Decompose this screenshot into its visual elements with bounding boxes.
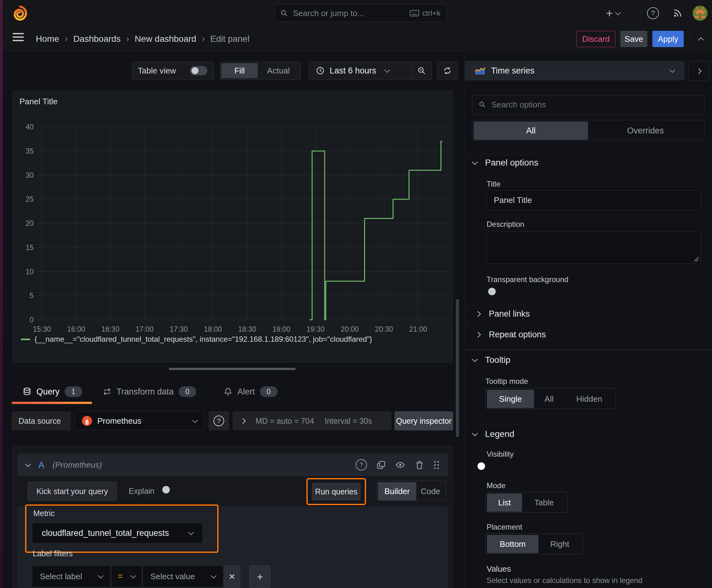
builder-code-switch: Builder Code (376, 481, 446, 501)
tab-overrides[interactable]: Overrides (588, 122, 703, 140)
repeat-options-section-header[interactable]: Repeat options (476, 330, 546, 339)
kick-start-query-button[interactable]: Kick start your query (28, 482, 117, 501)
breadcrumb-separator: › (65, 34, 68, 44)
collapse-query-icon[interactable] (25, 461, 31, 467)
query-inspector-button[interactable]: Query inspector (395, 412, 453, 430)
eye-icon[interactable] (395, 460, 405, 470)
tooltip-single-option[interactable]: Single (487, 390, 534, 408)
toggle-viz-suggestions-button[interactable] (688, 61, 709, 81)
apply-button[interactable]: Apply (652, 31, 684, 47)
select-value-dropdown[interactable]: Select value (143, 565, 223, 587)
interval: Interval = 30s (325, 417, 372, 426)
duplicate-icon[interactable] (376, 460, 386, 469)
legend-table-option[interactable]: Table (522, 493, 566, 512)
add-menu-button[interactable]: + (606, 7, 620, 19)
menu-toggle[interactable] (13, 31, 24, 43)
zoom-out-button[interactable] (412, 62, 432, 80)
x-tick-label: 17:30 (170, 325, 188, 333)
tab-all[interactable]: All (474, 122, 588, 140)
visualization-picker[interactable]: Time series (465, 61, 684, 80)
tab-alert[interactable]: Alert 0 (223, 379, 278, 404)
actual-option[interactable]: Actual (258, 66, 299, 76)
search-shortcut: ctrl+k (410, 9, 440, 18)
search-input[interactable] (292, 8, 405, 19)
datasource-help-button[interactable]: ? (209, 412, 229, 430)
tooltip-mode-label: Tooltip mode (486, 377, 528, 386)
refresh-button[interactable] (437, 62, 458, 80)
avatar[interactable] (693, 6, 708, 21)
legend-section-header[interactable]: Legend (473, 429, 514, 439)
news-button[interactable] (671, 7, 684, 19)
time-range-control: Last 6 hours (308, 62, 432, 80)
chevron-right-icon[interactable] (240, 418, 245, 424)
breadcrumb-dashboards[interactable]: Dashboards (73, 34, 121, 44)
x-tick-label: 19:00 (272, 325, 290, 333)
global-search[interactable]: ctrl+k (274, 4, 447, 22)
x-tick-label: 18:30 (238, 325, 256, 333)
transparent-bg-label: Transparent background (487, 275, 568, 284)
builder-option[interactable]: Builder (378, 482, 416, 500)
save-button[interactable]: Save (620, 31, 647, 47)
operator-value: = (118, 572, 123, 582)
main-scrollbar[interactable] (456, 299, 459, 437)
panel-links-section-header[interactable]: Panel links (476, 309, 530, 319)
transform-icon (103, 387, 111, 396)
description-field[interactable] (487, 231, 701, 264)
drag-handle-icon[interactable] (434, 460, 439, 469)
chevron-up-icon (698, 37, 704, 43)
pane-resize-handle[interactable] (169, 368, 296, 370)
breadcrumb-new-dashboard[interactable]: New dashboard (135, 34, 196, 44)
timeseries-chart[interactable]: 051015202530354015:3016:0016:3017:0017:3… (13, 91, 453, 352)
add-filter-button[interactable]: + (249, 565, 271, 588)
chevron-down-icon (192, 417, 198, 423)
section-divider (465, 424, 712, 424)
operator-dropdown[interactable]: = (111, 565, 142, 587)
legend-list-option[interactable]: List (487, 493, 522, 512)
options-search[interactable] (472, 95, 705, 114)
y-tick-label: 15 (25, 244, 34, 252)
query-row-header[interactable]: A (Prometheus) ? (17, 454, 448, 476)
trash-icon[interactable] (415, 460, 424, 469)
data-source-value: Prometheus (97, 416, 141, 426)
discard-button[interactable]: Discard (576, 31, 615, 47)
resize-handle-icon[interactable] (693, 256, 698, 261)
description-input[interactable] (493, 231, 694, 265)
fill-option[interactable]: Fill (221, 63, 258, 78)
grafana-logo-icon (12, 5, 28, 21)
x-tick-label: 19:30 (306, 325, 325, 333)
tab-transform[interactable]: Transform data 0 (103, 379, 196, 404)
legend-item[interactable]: {__name__="cloudflared_tunnel_total_requ… (21, 335, 372, 344)
x-tick-label: 15:30 (33, 325, 51, 333)
select-label-dropdown[interactable]: Select label (32, 565, 110, 587)
divider (689, 30, 690, 43)
query-help-icon[interactable]: ? (356, 459, 367, 470)
breadcrumb-home[interactable]: Home (36, 34, 59, 44)
options-search-input[interactable] (491, 100, 698, 110)
query-ref-id: A (38, 460, 44, 470)
metric-select[interactable]: cloudflared_tunnel_total_requests (32, 523, 203, 543)
tooltip-hidden-option[interactable]: Hidden (564, 390, 614, 408)
title-input[interactable] (493, 195, 694, 205)
help-button[interactable]: ? (646, 7, 660, 19)
grafana-logo[interactable] (12, 5, 28, 21)
collapse-header-button[interactable] (694, 32, 708, 46)
remove-filter-button[interactable]: ✕ (223, 565, 240, 588)
tab-query-count: 1 (65, 386, 82, 397)
timeseries-viz-icon (475, 66, 486, 75)
placement-right-option[interactable]: Right (538, 535, 581, 553)
chevron-right-icon (475, 311, 481, 317)
table-view-toggle[interactable] (190, 66, 207, 75)
tab-query[interactable]: Query 1 (23, 379, 82, 404)
explain-label: Explain (129, 486, 154, 496)
run-queries-button[interactable]: Run queries (312, 483, 360, 500)
legend-mode-switch: List Table (486, 492, 567, 512)
panel-options-section-header[interactable]: Panel options (473, 158, 538, 168)
time-range-picker[interactable]: Last 6 hours (309, 66, 411, 76)
repeat-options-heading: Repeat options (489, 330, 546, 339)
title-field[interactable] (487, 190, 701, 210)
placement-bottom-option[interactable]: Bottom (487, 535, 538, 553)
tooltip-all-option[interactable]: All (534, 390, 564, 408)
tooltip-section-header[interactable]: Tooltip (473, 355, 511, 365)
data-source-picker[interactable]: Prometheus (74, 412, 204, 430)
code-option[interactable]: Code (416, 482, 445, 500)
